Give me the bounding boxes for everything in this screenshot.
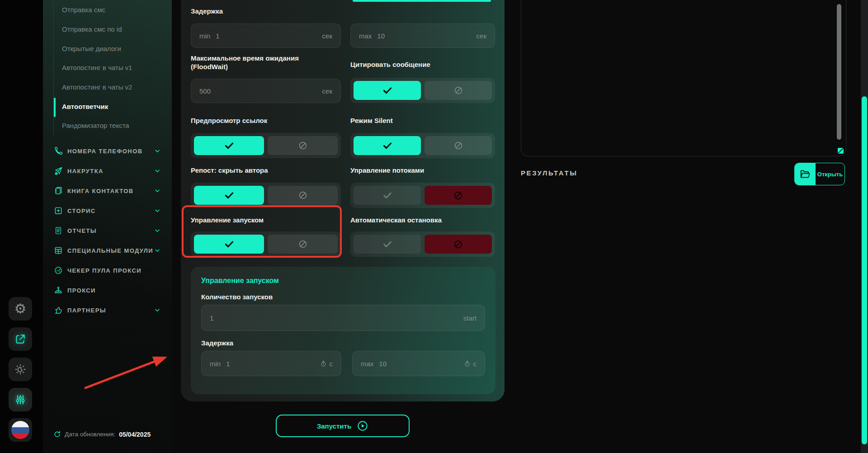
check-icon bbox=[224, 239, 235, 250]
toggle-no-button[interactable] bbox=[425, 81, 492, 100]
thread-control-label: Управление потоками bbox=[350, 166, 424, 175]
seconds-unit: сек bbox=[322, 32, 332, 40]
sidebar-item-label: СПЕЦИАЛЬНЫЕ МОДУЛИ bbox=[67, 247, 153, 254]
check-icon bbox=[382, 239, 393, 250]
delay-max-input[interactable] bbox=[377, 32, 476, 40]
app-root: ⚙ bbox=[0, 0, 868, 453]
sidebar-subitem-autoresponder[interactable]: Автоответчик bbox=[43, 97, 172, 116]
block-icon bbox=[453, 190, 463, 201]
sidebar-item-contact-book[interactable]: КНИГА КОНТАКТОВ bbox=[43, 181, 172, 201]
toggle-yes-button[interactable] bbox=[354, 235, 421, 254]
open-results-button[interactable]: Открыть bbox=[794, 163, 845, 185]
plus-square-icon bbox=[53, 206, 63, 216]
update-date-value: 05/04/2025 bbox=[119, 431, 151, 438]
floodwait-input[interactable] bbox=[199, 87, 322, 95]
sidebar-item-special-modules[interactable]: СПЕЦИАЛЬНЫЕ МОДУЛИ bbox=[43, 241, 172, 260]
sidebar-subitem-autoposting-v1[interactable]: Автопостинг в чаты v1 bbox=[43, 58, 172, 77]
runs-count-input[interactable] bbox=[210, 314, 463, 322]
external-link-icon bbox=[14, 333, 26, 345]
sidebar-item-phone-numbers[interactable]: НОМЕРА ТЕЛЕФОНОВ bbox=[43, 141, 172, 161]
settings-button[interactable]: ⚙ bbox=[9, 297, 32, 321]
stopwatch-icon bbox=[320, 360, 327, 367]
play-icon bbox=[357, 420, 368, 432]
open-folder-icon bbox=[795, 163, 816, 185]
sidebar-subitem-send-sms[interactable]: Отправка смс bbox=[43, 0, 172, 19]
theme-icon bbox=[14, 363, 26, 375]
sidebar-item-stories[interactable]: СТОРИС bbox=[43, 201, 172, 221]
sidebar-item-label: ЧЕКЕР ПУЛА ПРОКСИ bbox=[67, 267, 142, 274]
toggle-yes-button[interactable] bbox=[354, 186, 421, 205]
sidebar-item-label: ПРОКСИ bbox=[67, 287, 96, 294]
proxy-network-icon bbox=[53, 285, 63, 295]
launch-card-title: Управление запуском bbox=[201, 277, 279, 285]
sidebar-item-reports[interactable]: ОТЧЕТЫ bbox=[43, 221, 172, 241]
toggle-yes-button[interactable] bbox=[194, 136, 264, 155]
toggle-yes-button[interactable] bbox=[354, 136, 421, 155]
settings-form-panel: Задержка min сек max сек Максимальное вр… bbox=[181, 0, 505, 401]
card-delay-min-input[interactable] bbox=[226, 360, 320, 368]
max-prefix: max bbox=[359, 32, 372, 40]
floodwait-field[interactable]: сек bbox=[191, 79, 341, 103]
toggle-yes-button[interactable] bbox=[194, 235, 264, 254]
sidebar-item-partners[interactable]: ПАРТНЕРЫ bbox=[43, 300, 172, 320]
thread-control-toggle bbox=[350, 183, 495, 208]
modules-icon bbox=[53, 245, 63, 255]
sidebar-item-proxy-pool-checker[interactable]: ЧЕКЕР ПУЛА ПРОКСИ bbox=[43, 260, 172, 280]
ru-flag-icon bbox=[11, 421, 29, 439]
runs-count-field[interactable]: start bbox=[201, 305, 485, 331]
sidebar-subitem-text-randomizer[interactable]: Рандомизатор текста bbox=[43, 116, 172, 135]
delay-min-field[interactable]: min сек bbox=[191, 24, 341, 48]
sidebar-item-label: НОМЕРА ТЕЛЕФОНОВ bbox=[67, 148, 142, 155]
sidebar-item-label: ОТЧЕТЫ bbox=[67, 227, 97, 234]
sidebar-item-proxy[interactable]: ПРОКСИ bbox=[43, 280, 172, 300]
sidebar-subitem-open-dialogs[interactable]: Открытые диалоги bbox=[43, 39, 172, 58]
min-prefix: min bbox=[199, 32, 210, 40]
results-textarea[interactable] bbox=[521, 0, 846, 156]
runs-count-label: Количество запусков bbox=[201, 293, 273, 301]
toggle-no-button[interactable] bbox=[268, 136, 338, 155]
seconds-unit: с bbox=[330, 360, 333, 368]
contacts-book-icon bbox=[53, 186, 63, 196]
run-button[interactable]: Запустить bbox=[276, 415, 410, 437]
delay-max-field[interactable]: max сек bbox=[350, 24, 495, 48]
subitem-label: Автоответчик bbox=[62, 103, 108, 110]
resize-handle[interactable] bbox=[838, 148, 844, 154]
language-button[interactable] bbox=[9, 418, 32, 442]
toggle-no-button[interactable] bbox=[425, 136, 492, 155]
card-delay-max-input[interactable] bbox=[379, 360, 463, 368]
equalizer-button[interactable] bbox=[9, 388, 32, 411]
theme-toggle-button[interactable] bbox=[9, 358, 32, 381]
open-button-label: Открыть bbox=[816, 163, 844, 185]
toggle-no-button[interactable] bbox=[268, 186, 338, 205]
block-icon-button[interactable] bbox=[425, 235, 492, 254]
block-icon-button[interactable] bbox=[425, 186, 492, 205]
delay-min-input[interactable] bbox=[216, 32, 322, 40]
card-delay-max-field[interactable]: max с bbox=[352, 351, 485, 376]
refresh-icon[interactable] bbox=[53, 430, 61, 438]
toggle-yes-button[interactable] bbox=[354, 81, 421, 100]
subitem-label: Открытые диалоги bbox=[62, 45, 121, 52]
equalizer-icon bbox=[14, 394, 26, 406]
sidebar-item-boosting[interactable]: НАКРУТКА bbox=[43, 161, 172, 181]
chevron-down-icon bbox=[154, 187, 161, 194]
external-link-button[interactable] bbox=[9, 327, 32, 351]
chevron-down-icon bbox=[154, 307, 161, 314]
silent-mode-label: Режим Silent bbox=[350, 117, 393, 125]
block-icon bbox=[298, 239, 308, 249]
page-scrollbar-thumb[interactable] bbox=[862, 96, 867, 444]
update-date-row: Дата обновления: 05/04/2025 bbox=[53, 430, 151, 438]
toggle-yes-button[interactable] bbox=[194, 186, 264, 205]
auto-stop-label: Автоматическая остановка bbox=[350, 216, 442, 225]
toggle-no-button[interactable] bbox=[268, 235, 338, 254]
sidebar-subitem-send-sms-by-id[interactable]: Отправка смс по id bbox=[43, 19, 172, 39]
sidebar-item-label: КНИГА КОНТАКТОВ bbox=[67, 188, 134, 194]
card-delay-min-field[interactable]: min с bbox=[201, 351, 341, 376]
sidebar-item-label: ПАРТНЕРЫ bbox=[67, 307, 106, 314]
link-preview-label: Предпросмотр ссылок bbox=[191, 117, 267, 125]
paper-plane-icon bbox=[53, 166, 63, 176]
chevron-down-icon bbox=[154, 167, 161, 175]
sidebar-subitem-autoposting-v2[interactable]: Автопостинг в чаты v2 bbox=[43, 77, 172, 97]
textarea-scrollbar-thumb[interactable] bbox=[837, 4, 841, 140]
repost-hide-author-toggle bbox=[191, 183, 341, 208]
check-icon bbox=[382, 85, 393, 96]
